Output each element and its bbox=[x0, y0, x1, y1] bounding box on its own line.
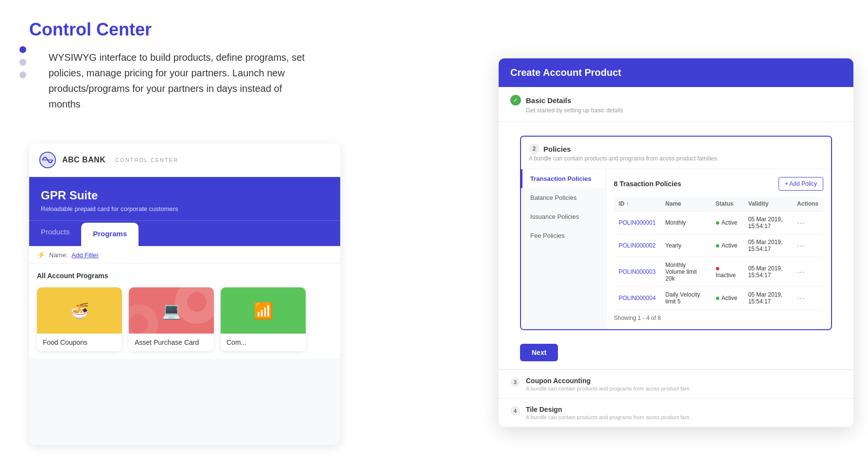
step-tile-design: 4 Tile Design A bundle can contain produ… bbox=[499, 398, 853, 427]
cards-grid: 🍜 Food Coupons 💻 Asset Purchase Card bbox=[37, 287, 332, 351]
page-container: Control Center WYSIWYG interface to buil… bbox=[0, 0, 868, 460]
filter-row: ⚡ Name: Add Filter bbox=[29, 246, 340, 264]
left-section: Control Center WYSIWYG interface to buil… bbox=[0, 0, 340, 460]
cell-name: Monthly Volume limit 20k bbox=[660, 257, 711, 287]
program-card-com[interactable]: 📶 Com... bbox=[221, 287, 306, 351]
step-policies: 2 Policies A bundle can contain products… bbox=[499, 122, 853, 370]
cell-id: POLIN000004 bbox=[614, 287, 660, 310]
page-title: Control Center bbox=[29, 19, 311, 40]
add-filter-link[interactable]: Add Filter bbox=[71, 251, 99, 259]
step-2-number: 2 bbox=[529, 143, 539, 154]
com-icon: 📶 bbox=[254, 301, 273, 320]
policies-header: 2 Policies A bundle can contain products… bbox=[521, 137, 831, 169]
action-menu-icon[interactable]: ⋯ bbox=[797, 219, 805, 227]
tab-programs[interactable]: Programs bbox=[81, 223, 139, 246]
basic-details-subtitle: Get started by setting up basic details bbox=[526, 107, 842, 114]
food-card-image: 🍜 bbox=[37, 287, 122, 334]
cell-status: Active bbox=[711, 287, 744, 310]
policies-content: 8 Trasaction Policies + Add Policy ID ↑ … bbox=[606, 169, 831, 329]
policies-section: 2 Policies A bundle can contain products… bbox=[520, 136, 832, 330]
asset-card-label: Asset Purchase Card bbox=[129, 334, 214, 351]
basic-details-title: Basic Details bbox=[526, 96, 571, 105]
policies-body: Transaction Policies Balance Policies Is… bbox=[521, 169, 831, 329]
right-panel: Create Account Product ✓ Basic Details G… bbox=[499, 58, 853, 427]
policies-title: Policies bbox=[543, 145, 571, 153]
nav-fee[interactable]: Fee Policies bbox=[521, 226, 606, 245]
col-name: Name bbox=[660, 196, 711, 212]
suite-title: GPR Suite bbox=[41, 189, 329, 202]
step-4-number: 4 bbox=[510, 406, 520, 416]
table-row: POLIN000001 Monthly Active 05 Mar 2019, … bbox=[614, 212, 823, 234]
coupon-title: Coupon Accounting bbox=[526, 377, 689, 385]
asset-card-image: 💻 bbox=[129, 287, 214, 334]
bank-card: ABC BANK CONTROL CENTER GPR Suite Reload… bbox=[29, 143, 340, 445]
cell-status: Active bbox=[711, 234, 744, 257]
cell-id: POLIN000003 bbox=[614, 257, 660, 287]
add-policy-button[interactable]: + Add Policy bbox=[779, 177, 823, 191]
bank-card-header: ABC BANK CONTROL CENTER bbox=[29, 143, 340, 177]
bank-logo-icon bbox=[39, 151, 56, 169]
cell-id: POLIN000002 bbox=[614, 234, 660, 257]
nav-balance[interactable]: Balance Policies bbox=[521, 188, 606, 207]
blue-banner: GPR Suite Reloadable prepaid card for co… bbox=[29, 177, 340, 220]
step-3-number: 3 bbox=[510, 377, 520, 387]
policies-subtitle: A bundle can contain products and progra… bbox=[529, 155, 823, 162]
program-card-asset[interactable]: 💻 Asset Purchase Card bbox=[129, 287, 214, 351]
step-coupon-accounting: 3 Coupon Accounting A bundle can contain… bbox=[499, 370, 853, 398]
coupon-subtitle: A bundle can contain products and progra… bbox=[526, 386, 689, 391]
action-menu-icon[interactable]: ⋯ bbox=[797, 242, 805, 250]
filter-label: Name: bbox=[49, 251, 68, 259]
bank-name: ABC BANK bbox=[62, 156, 105, 164]
cell-validity: 05 Mar 2019, 15:54:17 bbox=[743, 212, 792, 234]
policy-table: ID ↑ Name Status Validity Actions POLIN0… bbox=[614, 196, 823, 310]
policies-content-header: 8 Trasaction Policies + Add Policy bbox=[614, 177, 823, 191]
status-dot bbox=[716, 267, 719, 270]
cell-name: Yearly bbox=[660, 234, 711, 257]
cell-validity: 05 Mar 2019, 15:54:17 bbox=[743, 287, 792, 310]
action-menu-icon[interactable]: ⋯ bbox=[797, 294, 805, 302]
com-card-label: Com... bbox=[221, 334, 306, 351]
cell-status: Active bbox=[711, 212, 744, 234]
tile-title: Tile Design bbox=[526, 406, 689, 413]
cell-status: Inactive bbox=[711, 257, 744, 287]
table-row: POLIN000003 Monthly Volume limit 20k Ina… bbox=[614, 257, 823, 287]
table-row: POLIN000002 Yearly Active 05 Mar 2019, 1… bbox=[614, 234, 823, 257]
hero-text: WYSIWYG interface to build products, def… bbox=[49, 50, 311, 112]
policies-nav: Transaction Policies Balance Policies Is… bbox=[521, 169, 606, 329]
programs-section: All Account Programs 🍜 Food Coupons 💻 bbox=[29, 264, 340, 359]
cell-validity: 05 Mar 2019, 15:54:17 bbox=[743, 257, 792, 287]
action-menu-icon[interactable]: ⋯ bbox=[797, 268, 805, 276]
status-dot bbox=[716, 297, 719, 300]
panel-body: ✓ Basic Details Get started by setting u… bbox=[499, 87, 853, 427]
status-dot bbox=[716, 244, 719, 248]
program-card-food[interactable]: 🍜 Food Coupons bbox=[37, 287, 122, 351]
nav-issuance[interactable]: Issuance Policies bbox=[521, 207, 606, 226]
section-label: All Account Programs bbox=[37, 272, 332, 280]
policy-id-link[interactable]: POLIN000004 bbox=[619, 295, 656, 301]
col-id: ID ↑ bbox=[614, 196, 660, 212]
step-basic-details: ✓ Basic Details Get started by setting u… bbox=[499, 87, 853, 122]
pagination-text: Showing 1 - 4 of 8 bbox=[614, 315, 823, 321]
tabs-row: Products Programs bbox=[29, 220, 340, 246]
cell-name: Daily Velocity limit 5 bbox=[660, 287, 711, 310]
policy-id-link[interactable]: POLIN000001 bbox=[619, 219, 656, 226]
dot-3 bbox=[19, 71, 26, 78]
food-card-label: Food Coupons bbox=[37, 334, 122, 351]
step-check-icon: ✓ bbox=[510, 95, 521, 106]
status-dot bbox=[716, 221, 719, 225]
tile-subtitle: A bundle can contain products and progra… bbox=[526, 414, 689, 420]
next-button[interactable]: Next bbox=[520, 344, 558, 361]
cell-actions: ⋯ bbox=[792, 287, 823, 310]
swirl-deco-2 bbox=[129, 304, 158, 334]
policy-id-link[interactable]: POLIN000002 bbox=[619, 242, 656, 249]
policy-id-link[interactable]: POLIN000003 bbox=[619, 268, 656, 275]
col-validity: Validity bbox=[743, 196, 792, 212]
nav-transaction[interactable]: Transaction Policies bbox=[521, 169, 606, 188]
cell-name: Monthly bbox=[660, 212, 711, 234]
tab-products[interactable]: Products bbox=[29, 221, 81, 246]
cell-validity: 05 Mar 2019, 15:54:17 bbox=[743, 234, 792, 257]
food-icon: 🍜 bbox=[70, 301, 89, 320]
dot-2 bbox=[19, 59, 26, 66]
cell-actions: ⋯ bbox=[792, 212, 823, 234]
col-actions: Actions bbox=[792, 196, 823, 212]
